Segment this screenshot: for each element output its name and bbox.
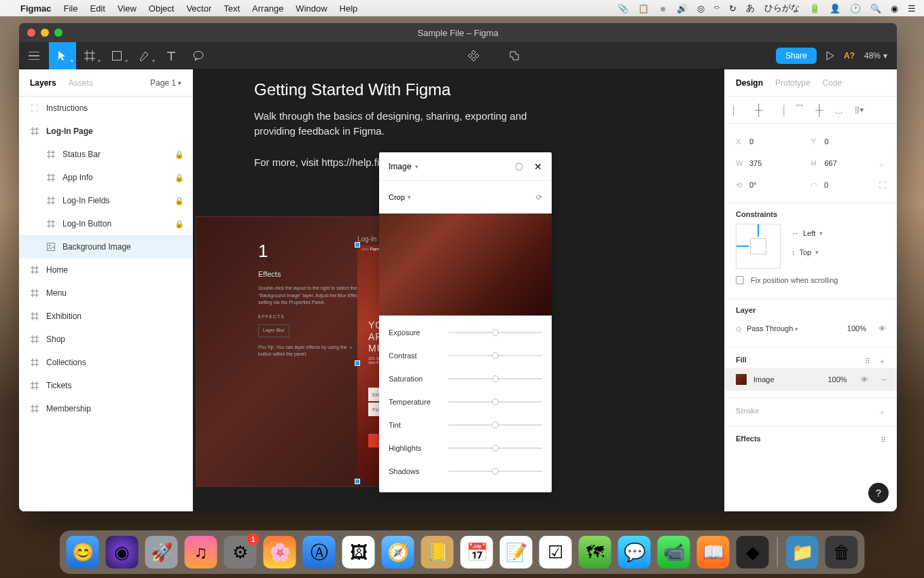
blend-mode-icon[interactable]: ◇	[736, 324, 741, 333]
fill-swatch[interactable]	[736, 374, 747, 385]
dock-safari[interactable]: 🧭	[382, 536, 414, 568]
slider-track[interactable]	[448, 447, 542, 449]
app-name[interactable]: Figmac	[20, 3, 52, 14]
dock-maps[interactable]: 🗺	[579, 536, 611, 568]
dock-messages[interactable]: 💬	[618, 536, 651, 568]
menu-file[interactable]: File	[64, 3, 78, 14]
clock-icon[interactable]: 🕐	[850, 3, 861, 14]
dock-notes[interactable]: 📝	[500, 536, 533, 568]
slider-track[interactable]	[448, 355, 542, 356]
blend-icon[interactable]: ◯	[515, 162, 523, 171]
comment-tool[interactable]	[185, 42, 212, 69]
timemachine-icon[interactable]: ↻	[729, 3, 736, 14]
window-close-button[interactable]	[27, 29, 35, 37]
tab-layers[interactable]: Layers	[30, 78, 56, 88]
frame-tool[interactable]: ▾	[76, 42, 103, 69]
style-icon[interactable]: ⠿	[865, 357, 870, 366]
slider-track[interactable]	[448, 401, 542, 403]
dock-launchpad[interactable]: 🚀	[145, 536, 178, 568]
distribute-icon[interactable]: ⫴▾	[855, 104, 864, 116]
radius-field[interactable]: ◠0	[811, 181, 885, 190]
image-crop-preview[interactable]	[379, 214, 552, 316]
menu-help[interactable]: Help	[340, 3, 358, 14]
constrain-proportions-icon[interactable]: ⟓	[879, 159, 884, 167]
lock-icon[interactable]: 🔒	[175, 173, 184, 182]
slider-highlights[interactable]: Highlights	[389, 437, 542, 460]
menu-edit[interactable]: Edit	[90, 3, 105, 14]
slider-shadows[interactable]: Shadows	[389, 460, 542, 483]
constraints-diagram[interactable]	[736, 224, 781, 269]
layer-row[interactable]: Exhibition	[19, 305, 192, 328]
y-field[interactable]: Y0	[811, 137, 887, 146]
dock-music[interactable]: ♫	[185, 536, 217, 568]
dock-app[interactable]: ◆	[736, 536, 769, 568]
layer-row[interactable]: Instructions	[19, 97, 192, 120]
menu-arrange[interactable]: Arrange	[252, 3, 283, 14]
lock-icon[interactable]: 🔒	[175, 220, 184, 228]
slider-track[interactable]	[448, 378, 542, 379]
layer-opacity-field[interactable]: 100%	[847, 324, 866, 333]
visibility-icon[interactable]: 👁	[878, 324, 886, 333]
x-field[interactable]: X0	[736, 137, 811, 146]
w-field[interactable]: W375	[736, 159, 811, 167]
slider-thumb[interactable]	[492, 398, 499, 405]
corner-radius-icon[interactable]: ⛶	[878, 181, 886, 189]
dock-photos[interactable]: 🌸	[264, 536, 296, 568]
dock-reminders[interactable]: ☑	[539, 536, 572, 568]
slider-thumb[interactable]	[492, 375, 499, 382]
close-icon[interactable]: ✕	[534, 161, 542, 172]
menu-text[interactable]: Text	[224, 3, 240, 14]
lock-icon[interactable]: 🔒	[175, 150, 184, 159]
dock-facetime[interactable]: 📹	[658, 536, 690, 568]
tab-prototype[interactable]: Prototype	[775, 78, 810, 88]
rotation-field[interactable]: ⟲0°	[736, 181, 811, 190]
layer-row[interactable]: Home	[19, 258, 192, 282]
ime-label[interactable]: ひらがな	[764, 2, 800, 14]
align-top-icon[interactable]: ⎴	[796, 104, 803, 116]
dock-appstore[interactable]: Ⓐ	[303, 536, 336, 568]
text-tool[interactable]	[158, 42, 185, 69]
visibility-icon[interactable]: 👁	[861, 375, 868, 384]
slider-thumb[interactable]	[492, 445, 499, 452]
menu-vector[interactable]: Vector	[186, 3, 211, 14]
user-icon[interactable]: 👤	[830, 3, 840, 14]
move-tool[interactable]: ▾	[49, 42, 76, 69]
volume-icon[interactable]: 🔊	[677, 3, 688, 14]
clipboard-icon[interactable]: 📋	[638, 3, 649, 14]
layer-row[interactable]: Menu	[19, 282, 192, 305]
slider-saturation[interactable]: Saturation	[389, 367, 542, 390]
fix-position-checkbox[interactable]: Fix position when scrolling	[736, 269, 886, 292]
siri-icon[interactable]: ◉	[891, 3, 898, 14]
layer-row[interactable]: Tickets	[19, 374, 192, 397]
menu-object[interactable]: Object	[149, 3, 175, 14]
present-button[interactable]	[826, 42, 834, 69]
window-titlebar[interactable]: Sample File – Figma	[19, 23, 897, 42]
layer-row[interactable]: Log-In Fields🔒	[19, 189, 192, 212]
remove-fill-icon[interactable]: −	[882, 375, 886, 384]
slider-exposure[interactable]: Exposure	[389, 321, 542, 344]
slider-tint[interactable]: Tint	[389, 413, 542, 437]
attachment-icon[interactable]: 📎	[618, 3, 628, 14]
layer-row[interactable]: Status Bar🔒	[19, 143, 192, 166]
dock-siri[interactable]: ◉	[106, 536, 139, 568]
lock-icon[interactable]: 🔒	[175, 197, 184, 205]
fill-row[interactable]: Image 100% 👁 −	[725, 368, 897, 391]
slider-contrast[interactable]: Contrast	[389, 344, 542, 367]
help-button[interactable]: ?	[868, 483, 889, 503]
tab-design[interactable]: Design	[736, 78, 763, 88]
spotlight-icon[interactable]: 🔍	[870, 3, 881, 14]
layer-row[interactable]: App Info🔒	[19, 166, 192, 189]
constraint-h-select[interactable]: ↔Left▾	[792, 224, 823, 243]
components-icon[interactable]	[460, 42, 487, 69]
image-fit-select[interactable]: Crop▾	[389, 193, 411, 201]
constraint-v-select[interactable]: ↕Top▾	[792, 243, 823, 262]
dock-contacts[interactable]: 📒	[421, 536, 454, 568]
menu-window[interactable]: Window	[296, 3, 327, 14]
slider-thumb[interactable]	[492, 422, 499, 428]
align-hcenter-icon[interactable]: ┼	[755, 104, 762, 116]
zoom-select[interactable]: 48%▾	[864, 51, 887, 61]
page-selector[interactable]: Page 1▾	[150, 78, 181, 88]
slider-thumb[interactable]	[492, 329, 499, 336]
share-button[interactable]: Share	[776, 48, 817, 64]
add-stroke-icon[interactable]: ＋	[878, 407, 886, 418]
